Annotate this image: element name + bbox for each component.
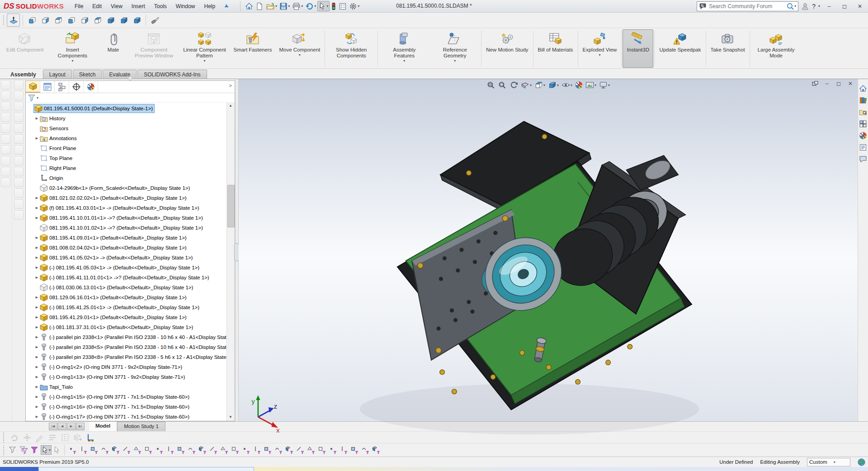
docked-tool-icon[interactable]: [14, 145, 24, 155]
expand-arrow-icon[interactable]: ▶: [34, 385, 40, 389]
docked-tool-icon[interactable]: [1, 156, 10, 165]
filter-connection-button[interactable]: [339, 445, 349, 455]
panel-tab-configurationmanager[interactable]: [55, 81, 69, 93]
scroll-up-icon[interactable]: ▲: [227, 102, 234, 109]
tree-item[interactable]: ▶(-) O-ring1<15> (O-ring DIN 3771 - 7x1.…: [26, 392, 235, 402]
pin-icon[interactable]: ➤: [223, 2, 231, 10]
scroll-down-icon[interactable]: ▼: [227, 414, 234, 421]
expand-arrow-icon[interactable]: ▶: [34, 325, 40, 329]
dropdown-caret-icon[interactable]: ▾: [299, 53, 301, 57]
tree-item[interactable]: (-) 081.030.06.13.01<1> (Default<<Defaul…: [26, 283, 235, 292]
restore-button[interactable]: ◻: [838, 0, 851, 12]
menu-tools[interactable]: Tools: [150, 1, 171, 12]
filter-dimension-button[interactable]: [209, 445, 218, 455]
panel-splitter[interactable]: [235, 79, 239, 421]
tree-item[interactable]: ▶(-) parallel pin 2338<1> (Parallel Pin …: [26, 332, 235, 342]
docked-tool-icon[interactable]: [14, 80, 24, 89]
dropdown-caret-icon[interactable]: ▾: [314, 4, 316, 8]
ribbon-exploded-view-button[interactable]: Exploded View▾: [579, 29, 621, 68]
docked-tool-icon[interactable]: [1, 113, 10, 122]
docked-tool-icon[interactable]: [14, 178, 24, 187]
filter-caret-icon[interactable]: ▾: [37, 96, 38, 100]
docked-tool-icon[interactable]: [1, 167, 10, 176]
toolbar-grip[interactable]: [3, 15, 5, 26]
expand-arrow-icon[interactable]: ▶: [34, 266, 40, 269]
dropdown-caret-icon[interactable]: ▾: [71, 59, 73, 63]
docked-tool-icon[interactable]: [14, 188, 24, 198]
tree-item[interactable]: ▶Tapi_Tialo: [26, 382, 235, 392]
filter-center-mark-button[interactable]: [187, 445, 197, 455]
cube-back-button[interactable]: [39, 14, 51, 26]
tree-item[interactable]: ▶081.021.02.02.02<1> (Default<<Default>_…: [26, 193, 235, 203]
expand-arrow-icon[interactable]: ▶: [34, 276, 40, 279]
cube-right-button[interactable]: [65, 14, 77, 26]
ribbon-insert-components-button[interactable]: Insert Components▾: [47, 29, 98, 68]
tree-item[interactable]: Sensors: [26, 123, 235, 133]
dropdown-caret-icon[interactable]: ▾: [608, 83, 610, 87]
filter-vertices-button[interactable]: [68, 445, 77, 455]
tab-assembly[interactable]: Assembly: [5, 70, 42, 79]
ribbon-show-hidden-components-button[interactable]: Show Hidden Components: [326, 29, 377, 68]
docked-tool-icon[interactable]: [1, 178, 10, 187]
cube-iso-button[interactable]: [104, 14, 117, 26]
cube-bottom-button[interactable]: [91, 14, 104, 26]
screwdriver-button[interactable]: [149, 14, 161, 26]
dropdown-caret-icon[interactable]: ▾: [571, 83, 572, 87]
section-view-button[interactable]: ▾: [520, 80, 532, 89]
ribbon-mate-button[interactable]: Mate: [98, 29, 128, 68]
filter-weld-button[interactable]: [263, 445, 273, 455]
ribbon-new-motion-study-button[interactable]: New Motion Study: [482, 29, 532, 68]
help-caret-icon[interactable]: ▾: [818, 4, 820, 8]
filter-edges-button[interactable]: [79, 445, 88, 455]
appearance-ball-button[interactable]: [574, 80, 583, 89]
dropdown-caret-icon[interactable]: ▾: [326, 4, 328, 8]
filter-sketch-segment-button[interactable]: [165, 445, 175, 455]
expand-arrow-icon[interactable]: ▶: [34, 216, 40, 220]
user-icon[interactable]: [801, 2, 809, 10]
tree-item[interactable]: ▶(-) 081.181.37.31.01<1> (Default<<Defau…: [26, 322, 235, 332]
view-orientation-button[interactable]: ▾: [533, 80, 546, 89]
search-input[interactable]: [708, 3, 786, 10]
dropdown-caret-icon[interactable]: ▾: [594, 83, 596, 87]
traffic-light-button[interactable]: [330, 1, 337, 11]
tree-item[interactable]: ▶(-) O-ring1<2> (O-ring DIN 3771 - 9x2<D…: [26, 362, 235, 372]
tree-item[interactable]: ▶(-) parallel pin 2338<5> (Parallel Pin …: [26, 342, 235, 352]
print-button[interactable]: ▾: [291, 1, 304, 11]
tab-solidworks-add-ins[interactable]: SOLIDWORKS Add-Ins: [137, 70, 207, 79]
expand-arrow-icon[interactable]: ▶: [34, 306, 40, 309]
save-button[interactable]: ▾: [278, 1, 291, 11]
window-close-icon[interactable]: ✕: [846, 80, 855, 87]
ribbon-reference-geometry-button[interactable]: Reference Geometry▾: [429, 29, 480, 68]
expand-arrow-icon[interactable]: ▶: [34, 246, 40, 250]
dropdown-caret-icon[interactable]: ▾: [49, 448, 51, 452]
docked-tool-icon[interactable]: [1, 102, 10, 111]
filter-plane-button[interactable]: [133, 445, 142, 455]
filter-midpoint-button[interactable]: [176, 445, 186, 455]
filter-other-button[interactable]: [372, 445, 381, 455]
task-pane-file-explorer-button[interactable]: [859, 108, 867, 118]
ribbon-take-snapshot-button[interactable]: Take Snapshot: [707, 29, 749, 68]
docked-tool-icon[interactable]: [1, 91, 10, 100]
tree-item[interactable]: Right Plane: [26, 163, 235, 173]
toolbar-grip[interactable]: [3, 432, 5, 443]
docked-tool-icon[interactable]: [1, 145, 10, 155]
tree-item[interactable]: ▶(-) parallel pin 2338<8> (Parallel Pin …: [26, 352, 235, 362]
filter-surface-finish-button[interactable]: [296, 445, 305, 455]
tree-item[interactable]: ▶AAnnotations: [26, 133, 235, 143]
window-restore-icon[interactable]: ◻: [834, 80, 843, 87]
tree-item[interactable]: 081.195.41.5000.01 (Default<Display Stat…: [26, 104, 235, 113]
ribbon-large-assembly-mode-button[interactable]: Large Assembly Mode: [751, 29, 802, 68]
filter-routing2-button[interactable]: [361, 445, 370, 455]
tree-item[interactable]: ▶History: [26, 113, 235, 123]
dropdown-caret-icon[interactable]: ▾: [288, 4, 290, 8]
docked-tool-icon[interactable]: [14, 167, 24, 176]
filter-sketch-button[interactable]: [155, 445, 164, 455]
tree-item[interactable]: ▶081.195.41.10.01.01<1> ->? (Default<<De…: [26, 213, 235, 223]
dropdown-caret-icon[interactable]: ▾: [454, 59, 456, 63]
expand-arrow-icon[interactable]: ▶: [34, 196, 40, 200]
display-style-button[interactable]: ▾: [547, 80, 559, 89]
tree-item[interactable]: 02-14-2969b<1> (Form_Scaled<<Default>_Di…: [26, 183, 235, 193]
expand-arrow-icon[interactable]: ▶: [34, 296, 40, 299]
filter-routing-button[interactable]: [350, 445, 359, 455]
menu-edit[interactable]: Edit: [88, 1, 106, 12]
